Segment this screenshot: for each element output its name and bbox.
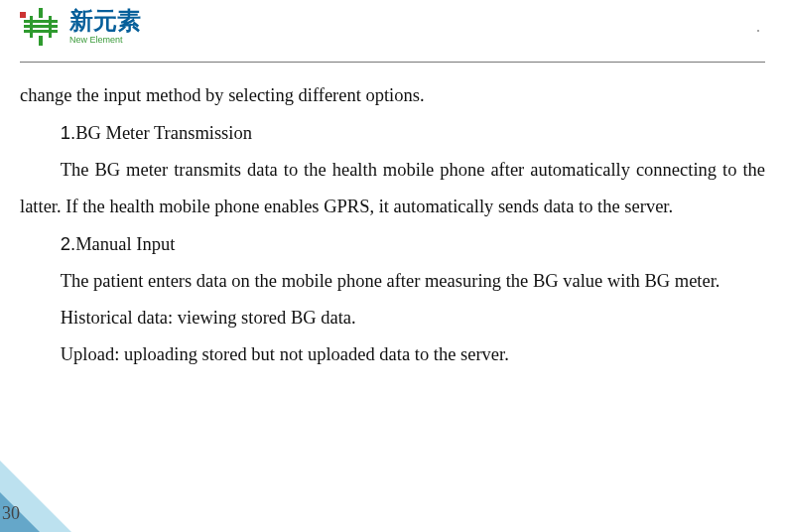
svg-rect-6 <box>49 16 52 38</box>
header-dot-icon <box>757 30 759 32</box>
svg-rect-2 <box>24 20 58 23</box>
document-body: change the input method by selecting dif… <box>20 77 765 373</box>
header: 新元素 New Element <box>20 6 765 60</box>
svg-rect-7 <box>20 12 26 18</box>
brand-name-cn: 新元素 <box>69 9 141 33</box>
item-2-heading: 2.Manual Input <box>20 225 765 263</box>
logo: 新元素 New Element <box>20 6 765 48</box>
upload-line: Upload: uploading stored but not uploade… <box>20 336 765 373</box>
item-1-title: BG Meter Transmission <box>75 123 252 143</box>
svg-rect-4 <box>24 30 58 33</box>
item-2-number: 2. <box>61 233 75 254</box>
svg-rect-0 <box>39 8 43 18</box>
svg-rect-3 <box>24 25 58 28</box>
item-1-heading: 1.BG Meter Transmission <box>20 114 765 152</box>
header-rule <box>20 62 765 63</box>
item-1-text: The BG meter transmits data to the healt… <box>20 152 765 225</box>
svg-rect-5 <box>30 16 33 38</box>
logo-text: 新元素 New Element <box>69 9 141 45</box>
page-root: 新元素 New Element change the input method … <box>0 0 785 532</box>
item-2-title: Manual Input <box>75 234 175 254</box>
page-number: 30 <box>2 503 20 524</box>
item-1-number: 1. <box>61 122 75 143</box>
item-2-text: The patient enters data on the mobile ph… <box>20 263 765 300</box>
logo-mark-icon <box>20 6 62 48</box>
brand-name-en: New Element <box>69 35 141 45</box>
historical-line: Historical data: viewing stored BG data. <box>20 300 765 336</box>
svg-rect-1 <box>39 36 43 46</box>
paragraph-lead: change the input method by selecting dif… <box>20 77 765 114</box>
